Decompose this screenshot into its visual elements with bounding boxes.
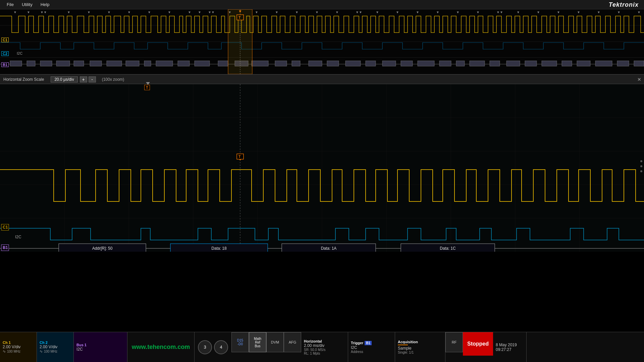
ch2-title: Ch 2 xyxy=(40,341,71,345)
btn-dvm[interactable]: DVM xyxy=(266,332,284,352)
horizontal-rl: RL: 1 Mpts xyxy=(304,352,345,355)
btn-afg[interactable]: AFG xyxy=(284,332,301,352)
svg-rect-31 xyxy=(490,61,500,66)
ch2-status[interactable]: Ch 2 2.00 V/div ∿ 100 MHz xyxy=(37,332,74,362)
menubar: File Utility Help Tektronix xyxy=(0,0,644,9)
hzoom-plus-btn[interactable]: + xyxy=(80,76,87,82)
svg-text:▼: ▼ xyxy=(416,10,419,14)
svg-rect-9 xyxy=(90,61,102,66)
svg-rect-15 xyxy=(195,61,210,66)
svg-text:▼: ▼ xyxy=(275,10,278,14)
btn-math-ref-bus[interactable]: Math Ref Bus xyxy=(249,332,266,352)
svg-rect-38 xyxy=(617,61,629,66)
svg-text:▼: ▼ xyxy=(517,10,520,14)
svg-text:▼: ▼ xyxy=(87,10,91,14)
statusbar: Ch 1 2.00 V/div ∿ 100 MHz Ch 2 2.00 V/di… xyxy=(0,332,644,362)
svg-rect-16 xyxy=(218,61,228,66)
svg-text:▼: ▼ xyxy=(396,10,399,14)
svg-text:Data: 1A: Data: 1A xyxy=(321,246,337,251)
trigger-t-marker: T xyxy=(144,82,150,90)
svg-rect-34 xyxy=(542,61,557,66)
tektronix-logo: Tektronix xyxy=(609,1,639,8)
bus1-status[interactable]: Bus 1 I2C xyxy=(74,332,127,362)
hzoom-close-btn[interactable]: ✕ xyxy=(637,77,641,82)
trigger-title: Trigger xyxy=(351,341,363,345)
hzoom-minus-btn[interactable]: - xyxy=(89,76,96,82)
overview-area: ▼ ▼ ▼▼ ▼ ▼ ▼ ▼ ▼ ▼ ▼ ▼▼ ▼ ▼ ▼ ▼ ▼ ▼ ▼ ▼ … xyxy=(0,9,644,75)
main-waveform-svg: Addr[R]: 50 Data: 18 Data: 1A Data: 1C I… xyxy=(0,84,644,252)
svg-point-112 xyxy=(640,160,642,162)
svg-text:▼▼: ▼▼ xyxy=(208,10,215,14)
svg-text:▼: ▼ xyxy=(107,10,111,14)
horizontal-sr: SR: 50.0 MS/s xyxy=(304,348,345,352)
svg-text:▼▼: ▼▼ xyxy=(356,10,362,14)
stopped-button[interactable]: Stopped xyxy=(463,332,493,356)
svg-text:▼: ▼ xyxy=(67,10,70,14)
svg-rect-27 xyxy=(418,61,434,66)
svg-rect-4 xyxy=(10,61,22,66)
url-text: www.tehencom.com xyxy=(132,344,190,351)
svg-rect-32 xyxy=(506,61,520,66)
round-buttons-area: 3 4 xyxy=(195,332,231,362)
svg-text:▼: ▼ xyxy=(148,10,151,14)
svg-rect-12 xyxy=(144,61,151,66)
svg-rect-25 xyxy=(382,61,396,66)
svg-rect-37 xyxy=(595,61,612,66)
ch1-bw: 100 MHz xyxy=(7,350,20,353)
svg-text:▼: ▼ xyxy=(295,10,299,14)
svg-rect-23 xyxy=(345,61,361,66)
svg-text:▼: ▼ xyxy=(617,10,621,14)
menu-file[interactable]: File xyxy=(3,1,18,8)
overview-ch1-waveform: ▼ ▼ ▼▼ ▼ ▼ ▼ ▼ ▼ ▼ ▼ ▼▼ ▼ ▼ ▼ ▼ ▼ ▼ ▼ ▼ … xyxy=(0,9,644,74)
svg-text:▼▼: ▼▼ xyxy=(496,10,503,14)
overview-ch2-label[interactable]: C2 xyxy=(1,51,9,56)
svg-rect-22 xyxy=(327,61,339,66)
btn-3[interactable]: 3 xyxy=(198,340,212,354)
menu-utility[interactable]: Utility xyxy=(18,1,37,8)
svg-rect-39 xyxy=(634,61,644,66)
btn-d15d0[interactable]: D15 -D0 xyxy=(231,332,249,352)
svg-text:▼: ▼ xyxy=(376,10,379,14)
svg-text:Data: 1C: Data: 1C xyxy=(440,246,456,251)
svg-text:▼: ▼ xyxy=(315,10,319,14)
svg-rect-10 xyxy=(107,61,122,66)
svg-rect-8 xyxy=(74,61,84,66)
svg-point-113 xyxy=(640,165,642,167)
menu-help[interactable]: Help xyxy=(37,1,54,8)
ch1-status[interactable]: Ch 1 2.00 V/div ∿ 100 MHz xyxy=(0,332,37,362)
trigger-subtype: Address xyxy=(351,350,392,354)
svg-text:▼: ▼ xyxy=(335,10,339,14)
svg-text:▼: ▼ xyxy=(198,10,201,14)
btn-4[interactable]: 4 xyxy=(214,340,228,354)
svg-rect-13 xyxy=(156,61,173,66)
svg-rect-77 xyxy=(228,9,252,74)
datetime-display: 8 May 2019 09:27:27 xyxy=(493,332,527,362)
svg-text:▼: ▼ xyxy=(597,10,600,14)
btn-rf[interactable]: RF xyxy=(445,332,463,352)
horizontal-status[interactable]: Horizontal 2.00 ms/div SR: 50.0 MS/s RL:… xyxy=(301,332,348,362)
svg-point-114 xyxy=(640,170,642,172)
ch1-title: Ch 1 xyxy=(3,341,34,345)
svg-text:C1: C1 xyxy=(3,225,8,230)
svg-rect-24 xyxy=(366,61,376,66)
svg-text:▼: ▼ xyxy=(637,10,641,14)
svg-text:▼: ▼ xyxy=(537,10,540,14)
hzoom-mult: (100x zoom) xyxy=(102,77,124,82)
svg-text:▼: ▼ xyxy=(456,10,460,14)
acq-mode: Sample xyxy=(398,346,442,351)
acquisition-status[interactable]: Acquisition Sample Single: 1/1 xyxy=(395,332,445,362)
svg-rect-20 xyxy=(292,61,300,66)
hzoom-bar: Horizontal Zoom Scale 20.0 µs/div + - (1… xyxy=(0,75,644,84)
trigger-status[interactable]: Trigger B1 I2C Address xyxy=(348,332,395,362)
svg-text:▼: ▼ xyxy=(127,10,131,14)
tehencom-url: www.tehencom.com xyxy=(127,332,195,362)
overview-b1-label[interactable]: B1 xyxy=(1,62,9,67)
overview-i2c-label: I2C xyxy=(17,51,22,55)
svg-rect-6 xyxy=(40,61,52,66)
svg-text:▼: ▼ xyxy=(436,10,439,14)
ch2-vdiv: 2.00 V/div xyxy=(40,345,71,349)
svg-text:▼: ▼ xyxy=(476,10,480,14)
trigger-type: I2C xyxy=(351,345,392,350)
svg-rect-18 xyxy=(252,61,268,66)
overview-ch1-label[interactable]: C1 xyxy=(1,38,9,42)
